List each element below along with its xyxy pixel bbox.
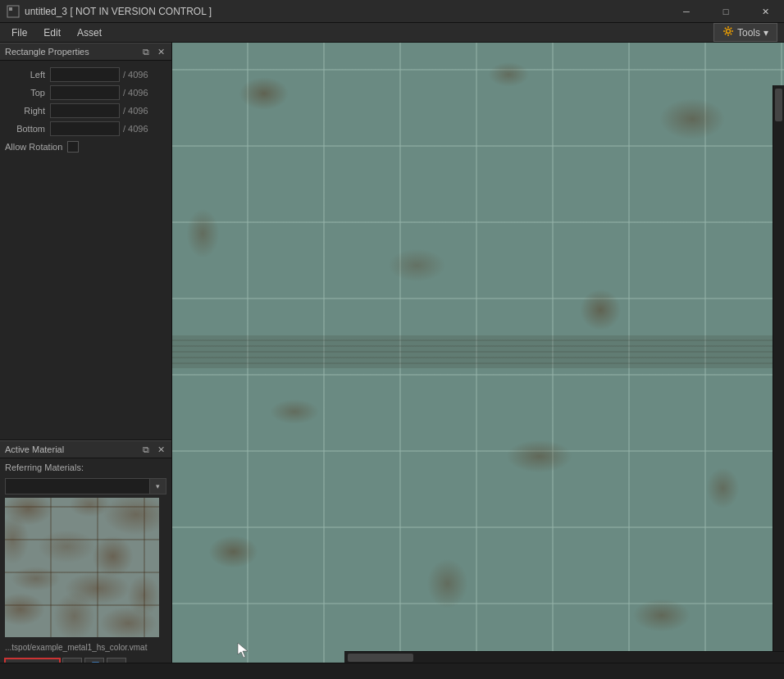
statusbar xyxy=(0,663,784,679)
active-material-title: Active Material xyxy=(5,444,64,454)
bottom-prop-row: Bottom / 4096 xyxy=(0,120,171,138)
active-material-restore-button[interactable]: ⧉ xyxy=(140,444,152,455)
right-input[interactable] xyxy=(50,103,120,118)
horizontal-scrollbar[interactable] xyxy=(344,651,784,663)
left-input[interactable] xyxy=(50,67,120,82)
allow-rotation-label: Allow Rotation xyxy=(5,142,62,152)
material-rust-overlay xyxy=(5,498,159,637)
material-select[interactable] xyxy=(5,478,150,494)
material-path: ...tspot/example_metal1_hs_color.vmat xyxy=(0,640,171,654)
active-material-header: Active Material ⧉ ✕ xyxy=(0,440,171,458)
vertical-scrollbar-thumb[interactable] xyxy=(775,89,782,121)
bottom-input[interactable] xyxy=(50,121,120,136)
rect-props-close-button[interactable]: ✕ xyxy=(155,46,166,57)
svg-rect-1 xyxy=(9,7,12,11)
left-max: / 4096 xyxy=(120,70,148,80)
tile-band xyxy=(172,335,784,368)
material-dropdown: ▾ xyxy=(5,478,166,494)
top-input[interactable] xyxy=(50,85,120,100)
allow-rotation-checkbox[interactable] xyxy=(67,141,79,153)
canvas-grid xyxy=(172,43,784,679)
titlebar: untitled_3 [ NOT IN VERSION CONTROL ] ─ … xyxy=(0,0,784,23)
right-label: Right xyxy=(5,106,50,116)
material-preview xyxy=(5,498,159,637)
rect-props-restore-button[interactable]: ⧉ xyxy=(140,46,152,57)
right-max: / 4096 xyxy=(120,106,148,116)
active-material-close-button[interactable]: ✕ xyxy=(155,444,166,455)
referring-materials-label: Referring Materials: xyxy=(0,458,171,475)
left-panel: Rectangle Properties ⧉ ✕ Left / 4096 Top… xyxy=(0,43,172,679)
rect-props-title: Rectangle Properties xyxy=(5,47,89,57)
bottom-max: / 4096 xyxy=(120,124,148,134)
menu-asset[interactable]: Asset xyxy=(69,25,110,40)
allow-rotation-row: Allow Rotation xyxy=(0,138,171,156)
window-title: untitled_3 [ NOT IN VERSION CONTROL ] xyxy=(25,6,777,17)
horizontal-scrollbar-thumb[interactable] xyxy=(348,654,413,662)
top-max: / 4096 xyxy=(120,88,148,98)
vertical-scrollbar[interactable] xyxy=(773,85,784,651)
minimize-button[interactable]: ─ xyxy=(668,0,705,23)
viewport[interactable] xyxy=(172,43,784,679)
gear-icon xyxy=(722,25,734,39)
referring-materials-text: Referring Materials: xyxy=(5,463,84,472)
maximize-button[interactable]: □ xyxy=(707,0,745,23)
menu-edit[interactable]: Edit xyxy=(35,25,69,40)
panel-spacer xyxy=(0,161,171,440)
top-prop-row: Top / 4096 xyxy=(0,84,171,102)
tools-arrow: ▾ xyxy=(763,27,768,39)
rect-props-content: Left / 4096 Top / 4096 Right / 4096 Bott… xyxy=(0,61,171,161)
material-preview-image xyxy=(5,498,159,637)
tools-button[interactable]: Tools ▾ xyxy=(713,23,777,42)
dropdown-arrow-icon[interactable]: ▾ xyxy=(150,478,166,494)
rect-props-header: Rectangle Properties ⧉ ✕ xyxy=(0,43,171,61)
top-label: Top xyxy=(5,88,50,98)
svg-point-2 xyxy=(726,30,730,34)
main-layout: Rectangle Properties ⧉ ✕ Left / 4096 Top… xyxy=(0,43,784,679)
right-prop-row: Right / 4096 xyxy=(0,102,171,120)
left-prop-row: Left / 4096 xyxy=(0,66,171,84)
panel-header-controls: ⧉ ✕ xyxy=(140,46,166,57)
active-material-panel: Active Material ⧉ ✕ Referring Materials:… xyxy=(0,440,171,679)
bottom-label: Bottom xyxy=(5,124,50,134)
rect-properties-panel: Rectangle Properties ⧉ ✕ Left / 4096 Top… xyxy=(0,43,171,161)
left-label: Left xyxy=(5,70,50,80)
menubar: File Edit Asset Tools ▾ xyxy=(0,23,784,43)
close-button[interactable]: ✕ xyxy=(746,0,784,23)
app-icon xyxy=(7,5,20,18)
tools-label: Tools xyxy=(737,27,760,39)
active-material-controls: ⧉ ✕ xyxy=(140,444,166,455)
window-controls: ─ □ ✕ xyxy=(668,0,784,23)
menu-items: File Edit Asset xyxy=(3,25,110,40)
menu-file[interactable]: File xyxy=(3,25,35,40)
